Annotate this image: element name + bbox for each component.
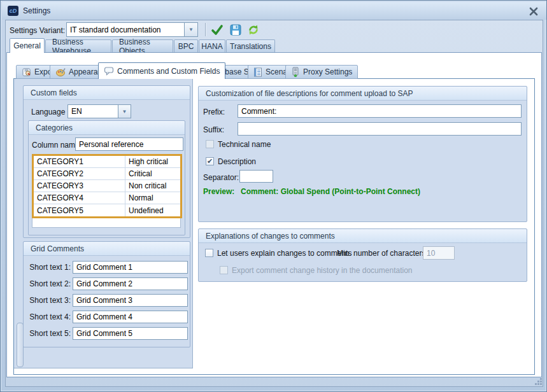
apply-icon[interactable] [211, 24, 224, 36]
category-level-cell: Critical [125, 168, 180, 179]
category-name-cell: CATEGORY2 [34, 168, 125, 179]
language-label: Language [31, 108, 65, 116]
tab-proxy-settings[interactable]: Proxy Settings [285, 65, 358, 79]
language-combo-input[interactable] [67, 104, 118, 118]
short-text-5-input[interactable] [73, 327, 188, 340]
category-name-cell: CATEGORY5 [34, 204, 125, 216]
grid-comments-title: Grid Comments [31, 244, 84, 253]
custom-fields-title: Custom fields [31, 88, 77, 97]
prefix-input[interactable] [238, 104, 522, 118]
table-row[interactable]: CATEGORY2 Critical [34, 168, 180, 180]
short-text-3-input[interactable] [73, 294, 188, 307]
category-level-cell: High critical [125, 156, 180, 167]
category-table-highlight: CATEGORY1 High critical CATEGORY2 Critic… [32, 154, 182, 218]
tab-comments-and-custom-fields-label: Comments and Custom Fields [117, 67, 220, 76]
variant-combo-dropdown-button[interactable]: ▼ [184, 22, 198, 37]
tab-bpc[interactable]: BPC [174, 39, 198, 53]
table-row[interactable]: CATEGORY4 Normal [34, 192, 180, 204]
variant-combo-input[interactable] [66, 22, 185, 37]
tab-translations-label: Translations [230, 42, 271, 51]
short-text-2-label: Short text 2: [27, 279, 71, 288]
tab-general-label: General [13, 41, 41, 50]
min-chars-input[interactable] [423, 246, 455, 260]
short-text-4-label: Short text 4: [27, 312, 71, 321]
column-name-label: Column name: [32, 141, 82, 150]
variant-label: Settings Variant: [10, 26, 65, 35]
short-text-1-label: Short text 1: [27, 263, 71, 272]
category-level-cell: Undefined [125, 204, 180, 216]
tab-business-objects[interactable]: Business Objects [112, 39, 173, 53]
palette-icon [55, 67, 66, 77]
category-name-cell: CATEGORY3 [34, 180, 125, 192]
technical-name-checkbox[interactable] [206, 140, 214, 148]
separator-input[interactable] [239, 170, 273, 183]
let-users-explain-label: Let users explain changes to comments [217, 249, 352, 258]
tab-comments-and-custom-fields[interactable]: Comments and Custom Fields [98, 62, 225, 79]
description-checkbox[interactable] [206, 157, 214, 165]
customization-header: Customization of file descriptions for c… [199, 87, 527, 101]
technical-name-label: Technical name [218, 140, 271, 149]
save-icon[interactable] [229, 24, 242, 36]
customization-title: Customization of file descriptions for c… [206, 89, 413, 98]
categories-header: Categories [29, 121, 185, 135]
table-row[interactable]: CATEGORY1 High critical [34, 156, 180, 168]
grid-comments-header: Grid Comments [24, 242, 190, 256]
category-name-cell: CATEGORY4 [34, 192, 125, 204]
tab-hana[interactable]: HANA [199, 39, 225, 53]
category-name-cell: CATEGORY1 [34, 156, 125, 167]
separator-label: Separator: [203, 173, 239, 182]
short-text-3-label: Short text 3: [27, 296, 71, 305]
export-history-label: Export comment change history in the doc… [232, 266, 413, 275]
document-icon [253, 67, 262, 77]
preview-value: Comment: Global Spend (Point-to-Point Co… [241, 187, 420, 196]
export-icon [22, 67, 31, 77]
categories-title: Categories [36, 123, 73, 132]
preview-label: Preview: [203, 187, 234, 196]
settings-window: cD Settings Settings Variant: ▼ [0, 0, 547, 392]
category-table: CATEGORY1 High critical CATEGORY2 Critic… [32, 154, 181, 228]
column-name-input[interactable] [75, 137, 183, 151]
resize-grip[interactable] [534, 377, 543, 386]
short-text-5-label: Short text 5: [27, 329, 71, 338]
language-combo-dropdown-button[interactable]: ▼ [118, 104, 131, 118]
window-title: Settings [23, 6, 50, 15]
short-text-1-input[interactable] [73, 261, 188, 274]
category-level-cell: Non critical [125, 180, 180, 192]
explanations-title: Explanations of changes to comments [206, 232, 335, 241]
min-chars-label: Min. number of characters: [337, 249, 428, 258]
table-row[interactable]: CATEGORY3 Non critical [34, 180, 180, 192]
suffix-input[interactable] [238, 122, 522, 136]
let-users-explain-checkbox[interactable] [205, 249, 213, 257]
title-bar: cD Settings [2, 2, 546, 20]
comment-bubble-icon [104, 66, 114, 76]
short-text-2-input[interactable] [73, 277, 188, 290]
tab-hana-label: HANA [201, 42, 222, 51]
prefix-label: Prefix: [203, 108, 225, 116]
tab-bpc-label: BPC [178, 42, 194, 51]
short-text-4-input[interactable] [73, 311, 188, 323]
tab-proxy-settings-label: Proxy Settings [303, 67, 352, 76]
close-icon[interactable] [529, 6, 539, 17]
description-label: Description [218, 157, 256, 166]
suffix-label: Suffix: [203, 125, 224, 134]
table-row[interactable]: CATEGORY5 Undefined [34, 204, 180, 216]
explanations-header: Explanations of changes to comments [199, 229, 527, 243]
export-history-checkbox[interactable] [220, 266, 228, 274]
tab-general[interactable]: General [10, 38, 45, 53]
custom-fields-header: Custom fields [24, 86, 190, 100]
refresh-icon[interactable] [247, 24, 260, 36]
category-level-cell: Normal [125, 192, 180, 204]
tab-business-warehouse[interactable]: Business Warehouse [45, 39, 111, 53]
app-logo-icon: cD [8, 6, 18, 16]
tab-translations[interactable]: Translations [226, 39, 275, 53]
server-icon [291, 67, 300, 77]
toolbar-separator [205, 23, 206, 36]
